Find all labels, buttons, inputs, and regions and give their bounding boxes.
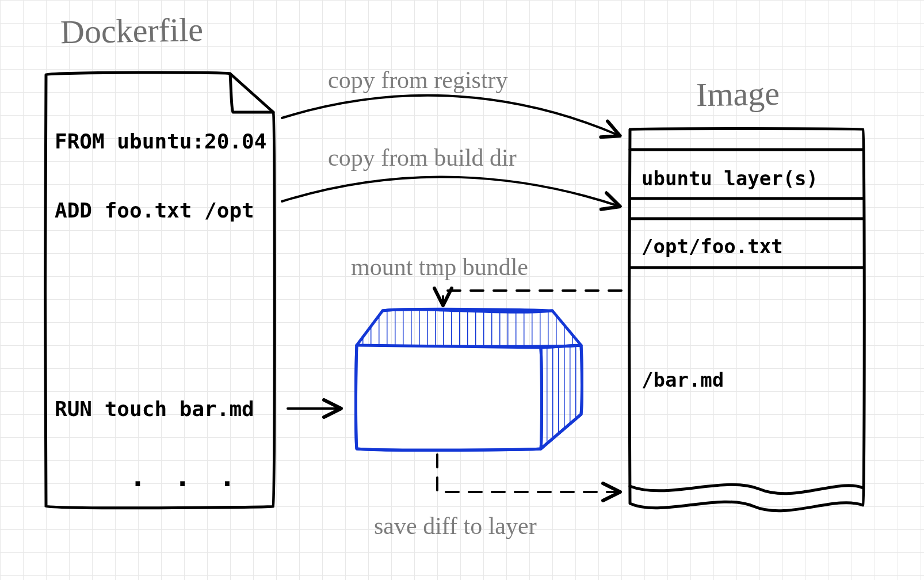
annotation-copy-registry: copy from registry bbox=[328, 66, 508, 94]
arrow-save-diff bbox=[437, 455, 618, 492]
container-cmd-line2: 'touch bar.md' bbox=[365, 409, 530, 432]
dockerfile-line-run: RUN touch bar.md bbox=[55, 397, 254, 421]
image-layer-foo: /opt/foo.txt bbox=[642, 235, 783, 258]
image-title: Image bbox=[696, 74, 780, 115]
dockerfile-line-add: ADD foo.txt /opt bbox=[55, 199, 254, 222]
dockerfile-line-from: FROM ubuntu:20.04 bbox=[55, 129, 266, 153]
arrow-copy-builddir bbox=[282, 177, 618, 206]
arrow-mount-bundle bbox=[443, 291, 621, 304]
image-layer-bar: /bar.md bbox=[642, 368, 724, 391]
annotation-copy-builddir: copy from build dir bbox=[328, 144, 517, 171]
image-layer-ubuntu: ubuntu layer(s) bbox=[642, 167, 818, 190]
annotation-save-diff: save diff to layer bbox=[374, 512, 537, 540]
container-cmd-line1: /bin/sh -c bbox=[365, 383, 483, 406]
dockerfile-title: Dockerfile bbox=[60, 10, 203, 51]
annotation-mount-bundle: mount tmp bundle bbox=[351, 253, 528, 281]
dockerfile-ellipsis: . . . bbox=[129, 460, 242, 493]
arrow-copy-registry bbox=[282, 96, 618, 135]
